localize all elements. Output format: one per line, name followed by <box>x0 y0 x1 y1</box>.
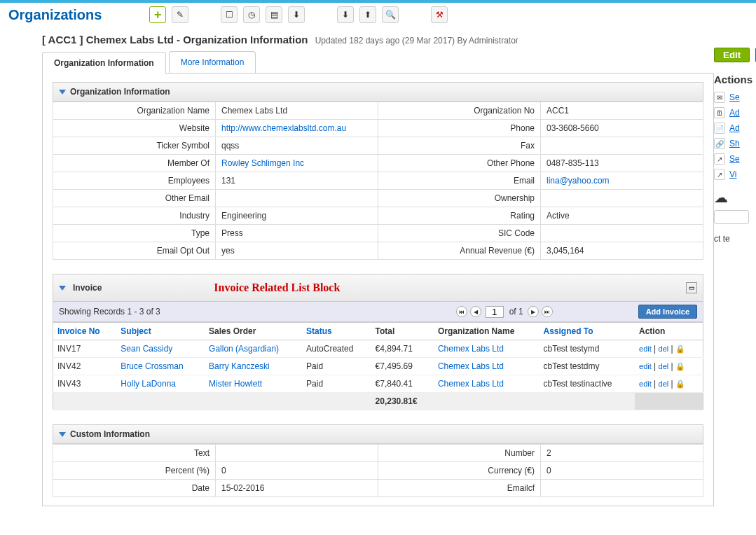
pager-last-button[interactable]: ⏭ <box>542 306 553 317</box>
field-label: Number <box>378 445 541 462</box>
row-del-link[interactable]: del <box>659 380 669 388</box>
pager-next-button[interactable]: ▶ <box>528 306 539 317</box>
col-status[interactable]: Status <box>302 323 371 340</box>
action-link[interactable]: Se <box>729 154 740 164</box>
table-row: INV42Bruce CrossmanBarry KanczeskiPaid€7… <box>53 358 703 375</box>
import-button[interactable]: ⬇ <box>337 6 354 23</box>
cell-so-link[interactable]: Mister Howlett <box>209 379 262 389</box>
org-info-table: Organization NameChemex Labs LtdOrganiza… <box>53 102 703 260</box>
pager-page-input[interactable] <box>486 306 504 318</box>
cell-so-link[interactable]: Gallon (Asgardian) <box>209 344 279 354</box>
cell-total: €4,894.71 <box>371 340 434 358</box>
col-assigned[interactable]: Assigned To <box>539 323 635 340</box>
cell-invoice-no: INV42 <box>53 358 117 375</box>
field-value: Chemex Labs Ltd <box>216 102 378 120</box>
action-icon: 📄 <box>714 123 725 134</box>
cell-org-link[interactable]: Chemex Labs Ltd <box>438 344 504 354</box>
field-label: Organization No <box>378 102 541 120</box>
field-label: Annual Revenue (€) <box>378 242 541 260</box>
add-invoice-button[interactable]: Add Invoice <box>638 305 697 319</box>
tab-more-info[interactable]: More Information <box>169 51 256 73</box>
row-del-link[interactable]: del <box>659 362 669 370</box>
link[interactable]: http://www.chemexlabsltd.com.au <box>221 123 346 133</box>
chevron-down-icon <box>59 432 66 437</box>
action-icon: 🔗 <box>714 138 725 149</box>
action-link[interactable]: Vi <box>729 169 736 179</box>
action-icon: ↗ <box>714 153 725 165</box>
tab-bar: Organization Information More Informatio… <box>42 51 714 74</box>
cell-status: Paid <box>302 358 371 375</box>
header-toolbar: Organizations + ✎ ☐ ◷ ▤ ⬇ ⬇ ⬆ 🔍 ⚒ <box>0 3 756 27</box>
action-link[interactable]: Ad <box>729 108 740 118</box>
action-icon: ✉ <box>714 92 725 103</box>
cell-actions: edit | del | 🔒 <box>635 340 703 358</box>
row-edit-link[interactable]: edit <box>639 345 652 353</box>
col-subject[interactable]: Subject <box>116 323 205 340</box>
col-total[interactable]: Total <box>371 323 434 340</box>
cell-org-link[interactable]: Chemex Labs Ltd <box>438 361 504 371</box>
link[interactable]: Rowley Schlimgen Inc <box>221 158 304 168</box>
row-edit-link[interactable]: edit <box>639 362 652 370</box>
field-label: Ticker Symbol <box>53 137 216 155</box>
field-value: qqss <box>216 137 378 155</box>
field-label: Website <box>53 120 216 137</box>
field-value: 131 <box>216 172 378 190</box>
right-action-pane: Edit Du Actions ✉Se🗓Ad📄Ad🔗Sh↗Se↗Vi ☁ ct … <box>714 27 756 506</box>
action-link[interactable]: Sh <box>729 139 740 148</box>
field-label: Member Of <box>53 155 216 172</box>
pager-first-button[interactable]: ⏮ <box>456 306 467 317</box>
search-icon: 🔍 <box>385 10 396 20</box>
field-label: Fax <box>378 137 541 155</box>
field-value <box>541 225 703 242</box>
pager-prev-button[interactable]: ◀ <box>470 306 481 317</box>
cell-subject-link[interactable]: Bruce Crossman <box>121 361 183 371</box>
action-link[interactable]: Se <box>729 92 740 102</box>
record-meta: Updated 182 days ago (29 Mar 2017) By Ad… <box>315 36 518 46</box>
field-label: Ownership <box>378 190 541 207</box>
lock-icon: 🔒 <box>675 345 685 353</box>
link[interactable]: lina@yahoo.com <box>547 176 610 186</box>
custom-info-section-head[interactable]: Custom Information <box>53 424 703 444</box>
field-value <box>541 137 703 155</box>
col-action: Action <box>635 323 703 340</box>
edit-toolbar-button[interactable]: ✎ <box>172 6 188 23</box>
edit-button[interactable]: Edit <box>714 48 750 62</box>
clock-view-button[interactable]: ◷ <box>243 6 260 23</box>
cell-subject-link[interactable]: Sean Cassidy <box>121 344 172 354</box>
field-label: Date <box>53 480 216 497</box>
row-edit-link[interactable]: edit <box>639 380 652 388</box>
tag-input[interactable] <box>714 210 749 224</box>
lock-icon: 🔒 <box>675 380 685 388</box>
search-button[interactable]: 🔍 <box>382 6 399 23</box>
row-del-link[interactable]: del <box>659 345 669 353</box>
calc-button[interactable]: ▤ <box>266 6 282 23</box>
cell-actions: edit | del | 🔒 <box>635 358 703 375</box>
add-record-button[interactable]: + <box>149 6 166 23</box>
cell-org-link[interactable]: Chemex Labs Ltd <box>438 379 504 389</box>
field-value: 0487-835-113 <box>541 155 703 172</box>
hammer-button[interactable]: ⚒ <box>431 6 448 23</box>
field-value: Engineering <box>216 207 378 225</box>
export2-button[interactable]: ⬆ <box>359 6 376 23</box>
cell-so-link[interactable]: Barry Kanczeski <box>209 361 270 371</box>
field-label: Type <box>53 225 216 242</box>
record-name: Chemex Labs Ltd - Organization Informati… <box>86 34 308 46</box>
org-info-section-head[interactable]: Organization Information <box>53 82 703 102</box>
cell-subject-link[interactable]: Holly LaDonna <box>121 379 176 389</box>
field-value: lina@yahoo.com <box>541 172 703 190</box>
collapse-icon[interactable]: ▭ <box>686 282 697 293</box>
invoice-section-head[interactable]: Invoice Invoice Related List Block ▭ <box>53 274 703 302</box>
list-view-button[interactable]: ☐ <box>221 6 238 23</box>
pager-of-label: of 1 <box>509 307 523 317</box>
export-button[interactable]: ⬇ <box>288 6 305 23</box>
invoice-section-title: Invoice <box>73 283 102 293</box>
col-org[interactable]: Organization Name <box>434 323 539 340</box>
field-label: Other Phone <box>378 155 541 172</box>
plus-icon: + <box>154 8 162 22</box>
action-link[interactable]: Ad <box>729 123 740 133</box>
col-sales-order[interactable]: Sales Order <box>205 323 302 340</box>
actions-heading: Actions <box>714 74 756 85</box>
col-invoice-no[interactable]: Invoice No <box>53 323 117 340</box>
tab-org-info[interactable]: Organization Information <box>42 52 166 74</box>
detail-panel: Organization Information Organization Na… <box>42 74 714 506</box>
